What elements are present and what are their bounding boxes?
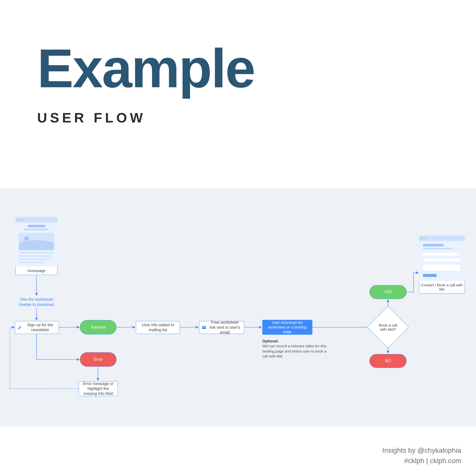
envelope-icon <box>202 325 206 330</box>
mailing-list-label: User info added to mailing list <box>139 323 177 332</box>
homepage-mock: Homepage <box>15 217 58 275</box>
image-placeholder-icon <box>19 233 54 250</box>
contact-caption: Contact / Book a call with Me <box>419 281 465 294</box>
see-worksheet-text: See the worksheet freebie to download <box>19 297 55 307</box>
contact-mock: Contact / Book a call with Me <box>419 236 465 294</box>
yes-label: YES <box>384 290 392 294</box>
page-header: Example USER FLOW <box>37 37 255 126</box>
mailing-list-box: User info added to mailing list <box>136 321 180 334</box>
no-label: NO <box>385 359 391 363</box>
pencil-icon <box>18 325 22 330</box>
submit-button-icon <box>423 274 437 277</box>
error-label: Error <box>94 357 103 362</box>
signup-box: Sign up for the newsletter <box>15 321 59 334</box>
decision-diamond: Book a call with Mel? <box>373 312 403 342</box>
yes-pill: YES <box>369 285 407 299</box>
select-field-icon <box>423 252 461 256</box>
no-pill: NO <box>369 354 407 368</box>
optional-text: Mel can record a relevant video for this… <box>262 344 327 358</box>
decision-label: Book a call with Mel? <box>373 312 403 342</box>
success-label: Success <box>91 325 106 329</box>
footer-line1: Insights by @chykalophia <box>382 445 461 456</box>
footer-line2: #cklph | cklph.com <box>382 456 461 466</box>
homepage-caption: Homepage <box>15 267 58 275</box>
email-link-box: Free worksheet link sent to user's email <box>199 321 244 334</box>
error-detail-label: Error message or highlight the missing i… <box>81 381 115 396</box>
error-pill: Error <box>80 352 117 367</box>
window-bar-icon <box>15 217 58 222</box>
success-pill: Success <box>80 320 117 334</box>
page-subtitle: USER FLOW <box>37 110 255 126</box>
download-box: User download the worksheet on a landing… <box>262 320 312 335</box>
download-label: User download the worksheet on a landing… <box>265 320 310 334</box>
optional-note: Optional: Mel can record a relevant vide… <box>262 339 327 359</box>
flow-canvas: Homepage See the worksheet freebie to do… <box>0 188 476 426</box>
page-footer: Insights by @chykalophia #cklph | cklph.… <box>382 445 461 466</box>
error-detail-box: Error message or highlight the missing i… <box>79 381 118 396</box>
email-link-label: Free worksheet link sent to user's email <box>208 320 241 335</box>
window-bar-icon <box>419 236 465 241</box>
page-title: Example <box>37 37 255 100</box>
flow-connectors <box>0 188 476 426</box>
signup-label: Sign up for the newsletter <box>24 323 56 332</box>
optional-label: Optional: <box>262 339 279 343</box>
